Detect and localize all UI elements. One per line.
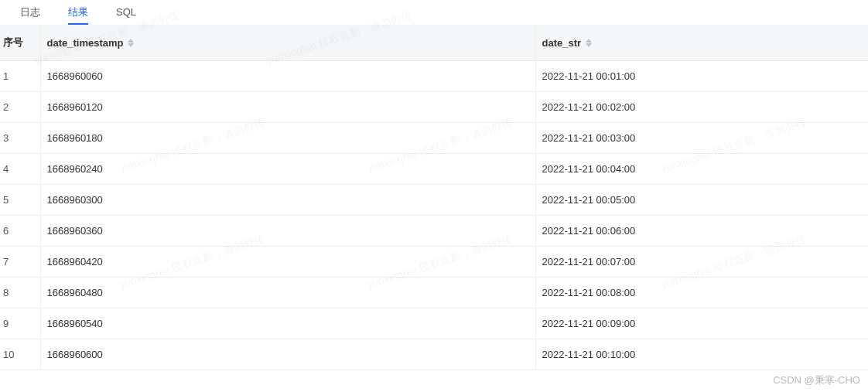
col-header-date-str[interactable]: date_str bbox=[535, 25, 868, 61]
col-header-seq-label: 序号 bbox=[3, 36, 23, 48]
col-header-seq[interactable]: 序号 bbox=[0, 25, 40, 61]
cell-date-timestamp: 1668960300 bbox=[40, 185, 535, 216]
tab-result[interactable]: 结果 bbox=[54, 1, 102, 24]
cell-date-timestamp: 1668960120 bbox=[40, 92, 535, 123]
cell-seq: 6 bbox=[0, 216, 40, 247]
table-row[interactable]: 8 1668960480 2022-11-21 00:08:00 bbox=[0, 278, 868, 308]
cell-seq: 2 bbox=[0, 92, 40, 123]
table-row[interactable]: 2 1668960120 2022-11-21 00:02:00 bbox=[0, 92, 868, 123]
sort-icon[interactable] bbox=[586, 39, 592, 47]
cell-seq: 4 bbox=[0, 154, 40, 185]
table-body: 1 1668960060 2022-11-21 00:01:00 2 16689… bbox=[0, 61, 868, 370]
cell-date-timestamp: 1668960480 bbox=[40, 278, 535, 308]
col-header-date-str-label: date_str bbox=[542, 37, 582, 49]
cell-date-str: 2022-11-21 00:01:00 bbox=[535, 61, 868, 92]
table-header-row: 序号 date_timestamp date_str bbox=[0, 25, 868, 61]
tab-sql[interactable]: SQL bbox=[102, 2, 150, 22]
col-header-date-timestamp[interactable]: date_timestamp bbox=[40, 25, 535, 61]
cell-date-str: 2022-11-21 00:03:00 bbox=[535, 123, 868, 154]
cell-date-timestamp: 1668960600 bbox=[40, 339, 535, 370]
cell-seq: 5 bbox=[0, 185, 40, 216]
cell-date-str: 2022-11-21 00:04:00 bbox=[535, 154, 868, 185]
col-header-date-timestamp-label: date_timestamp bbox=[47, 37, 124, 49]
cell-date-timestamp: 1668960360 bbox=[40, 216, 535, 247]
cell-date-str: 2022-11-21 00:05:00 bbox=[535, 185, 868, 216]
tab-log[interactable]: 日志 bbox=[6, 1, 54, 24]
cell-date-timestamp: 1668960240 bbox=[40, 154, 535, 185]
result-table: 序号 date_timestamp date_str bbox=[0, 25, 868, 370]
cell-date-str: 2022-11-21 00:09:00 bbox=[535, 308, 868, 339]
csdn-watermark: CSDN @秉寒-CHO bbox=[773, 373, 860, 387]
cell-date-str: 2022-11-21 00:07:00 bbox=[535, 247, 868, 278]
tabs-bar: 日志 结果 SQL bbox=[0, 0, 868, 25]
cell-date-str: 2022-11-21 00:06:00 bbox=[535, 216, 868, 247]
result-table-wrap: 序号 date_timestamp date_str bbox=[0, 25, 868, 370]
cell-seq: 3 bbox=[0, 123, 40, 154]
sort-icon[interactable] bbox=[128, 39, 134, 47]
table-row[interactable]: 10 1668960600 2022-11-21 00:10:00 bbox=[0, 339, 868, 370]
cell-date-timestamp: 1668960420 bbox=[40, 247, 535, 278]
table-row[interactable]: 4 1668960240 2022-11-21 00:04:00 bbox=[0, 154, 868, 185]
table-row[interactable]: 6 1668960360 2022-11-21 00:06:00 bbox=[0, 216, 868, 247]
table-row[interactable]: 3 1668960180 2022-11-21 00:03:00 bbox=[0, 123, 868, 154]
cell-date-timestamp: 1668960540 bbox=[40, 308, 535, 339]
cell-date-timestamp: 1668960060 bbox=[40, 61, 535, 92]
table-row[interactable]: 9 1668960540 2022-11-21 00:09:00 bbox=[0, 308, 868, 339]
cell-seq: 1 bbox=[0, 61, 40, 92]
cell-seq: 10 bbox=[0, 339, 40, 370]
table-row[interactable]: 5 1668960300 2022-11-21 00:05:00 bbox=[0, 185, 868, 216]
cell-date-str: 2022-11-21 00:02:00 bbox=[535, 92, 868, 123]
cell-date-str: 2022-11-21 00:10:00 bbox=[535, 339, 868, 370]
table-row[interactable]: 1 1668960060 2022-11-21 00:01:00 bbox=[0, 61, 868, 92]
cell-date-str: 2022-11-21 00:08:00 bbox=[535, 278, 868, 308]
cell-seq: 7 bbox=[0, 247, 40, 278]
table-row[interactable]: 7 1668960420 2022-11-21 00:07:00 bbox=[0, 247, 868, 278]
cell-seq: 8 bbox=[0, 278, 40, 308]
cell-seq: 9 bbox=[0, 308, 40, 339]
cell-date-timestamp: 1668960180 bbox=[40, 123, 535, 154]
